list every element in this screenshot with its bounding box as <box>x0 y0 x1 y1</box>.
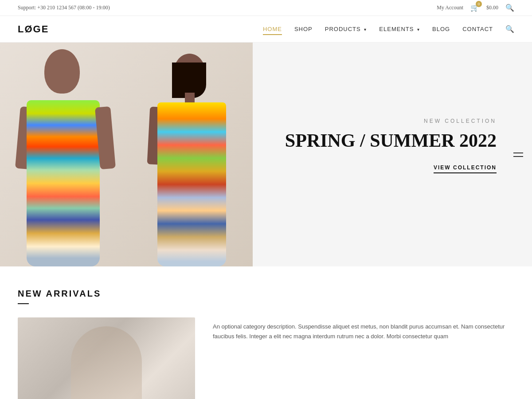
slide-controls[interactable] <box>513 153 523 157</box>
arrivals-grid: An optional category description. Suspen… <box>18 317 514 399</box>
topbar: Support: +30 210 1234 567 (08:00 - 19:00… <box>0 0 532 16</box>
hero-image-area <box>0 43 253 266</box>
nav-item-products[interactable]: PRODUCTS ▾ <box>325 26 367 32</box>
search-icon[interactable]: 🔍 <box>505 25 514 33</box>
slide-line-2 <box>513 156 523 157</box>
support-label: Support: <box>18 4 36 11</box>
cart-icon-wrapper[interactable]: 🛒 0 <box>470 4 479 12</box>
chevron-down-icon: ▾ <box>364 27 367 32</box>
figure1-body <box>27 100 100 266</box>
view-collection-button[interactable]: VIEW COLLECTION <box>434 164 497 173</box>
nav-item-home[interactable]: HOME <box>263 26 282 32</box>
arrivals-image-shape <box>71 326 142 399</box>
topbar-right: My Account 🛒 0 $0.00 🔍 <box>437 4 514 12</box>
site-logo[interactable]: LØGE <box>18 23 49 35</box>
arrivals-text: An optional category description. Suspen… <box>213 317 514 341</box>
main-nav: HOME SHOP PRODUCTS ▾ ELEMENTS ▾ BLOG CON… <box>263 25 514 33</box>
hero-image <box>0 43 253 266</box>
cart-price: $0.00 <box>486 4 498 11</box>
arrivals-description: An optional category description. Suspen… <box>213 322 514 341</box>
figure2-body <box>157 102 226 266</box>
nav-item-shop[interactable]: SHOP <box>294 26 313 32</box>
new-arrivals-section: NEW ARRIVALS An optional category descri… <box>0 266 532 399</box>
hero-content: NEW COLLECTION SPRING / SUMMER 2022 VIEW… <box>253 43 532 266</box>
chevron-down-icon: ▾ <box>417 27 420 32</box>
arrivals-product-image[interactable] <box>18 317 195 399</box>
nav-item-elements[interactable]: ELEMENTS ▾ <box>379 26 420 32</box>
nav-item-contact[interactable]: CONTACT <box>462 26 493 32</box>
search-icon[interactable]: 🔍 <box>505 4 514 12</box>
hero-section: NEW COLLECTION SPRING / SUMMER 2022 VIEW… <box>0 43 532 266</box>
figure1-head <box>44 49 80 94</box>
section-title: NEW ARRIVALS <box>18 289 514 299</box>
slide-line-1 <box>513 153 523 153</box>
fashion-figure-1 <box>13 49 120 266</box>
support-phone: +30 210 1234 567 (08:00 - 19:00) <box>37 4 110 11</box>
hero-subtitle: NEW COLLECTION <box>424 118 497 124</box>
section-underline <box>18 303 29 304</box>
fashion-figure-2 <box>146 54 244 266</box>
hero-title: SPRING / SUMMER 2022 <box>285 130 497 151</box>
cart-badge: 0 <box>476 1 482 7</box>
header: LØGE HOME SHOP PRODUCTS ▾ ELEMENTS ▾ BLO… <box>0 16 532 43</box>
my-account-link[interactable]: My Account <box>437 4 463 11</box>
support-info: Support: +30 210 1234 567 (08:00 - 19:00… <box>18 4 110 11</box>
nav-item-blog[interactable]: BLOG <box>432 26 450 32</box>
